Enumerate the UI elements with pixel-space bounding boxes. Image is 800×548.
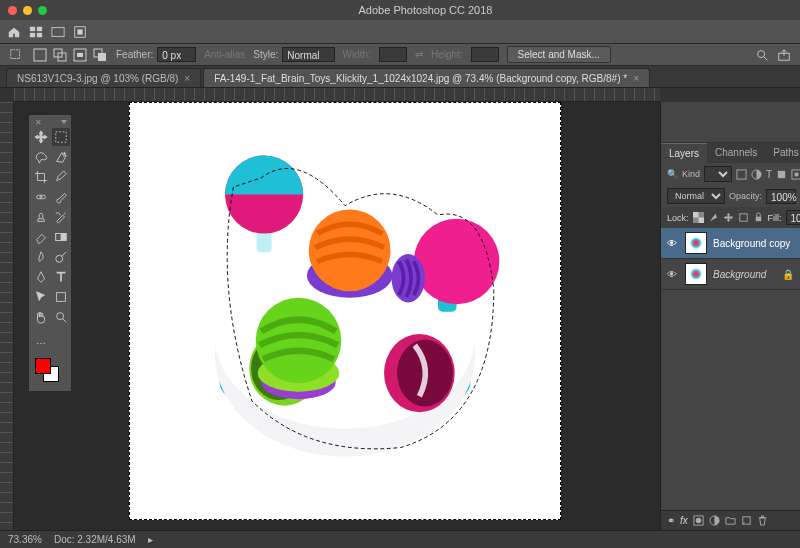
filter-pixel-icon[interactable] xyxy=(736,169,747,180)
paths-tab[interactable]: Paths xyxy=(765,143,800,163)
share-icon[interactable] xyxy=(776,47,792,63)
close-tab-icon[interactable]: × xyxy=(633,73,639,84)
filter-kind-label: Kind xyxy=(682,169,700,179)
visibility-toggle-icon[interactable]: 👁 xyxy=(667,238,679,249)
add-selection-icon[interactable] xyxy=(52,47,68,63)
pen-tool[interactable] xyxy=(32,268,50,286)
lock-all-icon[interactable] xyxy=(753,212,764,223)
doc-size[interactable]: Doc: 2.32M/4.63M xyxy=(54,534,136,545)
foreground-swatch[interactable] xyxy=(35,358,51,374)
select-and-mask-button[interactable]: Select and Mask... xyxy=(507,46,611,63)
lock-position-icon[interactable] xyxy=(723,212,734,223)
opacity-input[interactable]: 100% xyxy=(766,189,796,204)
marquee-tool[interactable] xyxy=(52,128,70,146)
svg-rect-1 xyxy=(37,26,42,30)
tool-preset-icon[interactable] xyxy=(8,47,24,63)
gradient-tool[interactable] xyxy=(52,228,70,246)
document-canvas[interactable] xyxy=(129,102,561,520)
close-tab-icon[interactable]: × xyxy=(184,73,190,84)
titlebar: Adobe Photoshop CC 2018 xyxy=(0,0,800,20)
filter-smart-icon[interactable] xyxy=(791,169,800,180)
blend-mode-select[interactable]: Normal xyxy=(667,188,725,204)
layer-fx-icon[interactable]: fx xyxy=(680,515,688,526)
layer-row[interactable]: 👁 Background copy xyxy=(661,228,800,259)
eyedropper-tool[interactable] xyxy=(52,168,70,186)
vertical-ruler[interactable] xyxy=(0,102,14,530)
layer-mask-icon[interactable] xyxy=(693,515,704,526)
adjustment-layer-icon[interactable] xyxy=(709,515,720,526)
fill-input[interactable]: 100% xyxy=(786,210,800,225)
status-bar: 73.36% Doc: 2.32M/4.63M ▸ xyxy=(0,530,800,548)
feather-input[interactable]: 0 px xyxy=(157,47,196,62)
style-select[interactable]: Normal xyxy=(282,47,334,62)
group-icon[interactable] xyxy=(725,515,736,526)
lock-transparent-icon[interactable] xyxy=(693,212,704,223)
brush-tool[interactable] xyxy=(52,188,70,206)
document-tab[interactable]: FA-149-1_Fat_Brain_Toys_Klickity_1_1024x… xyxy=(203,68,650,87)
screen-mode-icon[interactable] xyxy=(50,24,66,40)
hand-tool[interactable] xyxy=(32,308,50,326)
filter-type-icon[interactable]: T xyxy=(766,169,772,180)
lock-image-icon[interactable] xyxy=(708,212,719,223)
layers-tab[interactable]: Layers xyxy=(661,143,707,163)
delete-layer-icon[interactable] xyxy=(757,515,768,526)
toolbox-header[interactable]: ✕ xyxy=(32,118,70,126)
height-label: Height: xyxy=(431,49,463,60)
new-selection-icon[interactable] xyxy=(32,47,48,63)
svg-rect-6 xyxy=(77,29,82,34)
quick-select-tool[interactable] xyxy=(52,148,70,166)
intersect-selection-icon[interactable] xyxy=(92,47,108,63)
layer-thumbnail[interactable] xyxy=(685,232,707,254)
zoom-level[interactable]: 73.36% xyxy=(8,534,42,545)
svg-rect-47 xyxy=(795,172,799,176)
dodge-tool[interactable] xyxy=(52,248,70,266)
arrange-icon[interactable] xyxy=(28,24,44,40)
layer-name[interactable]: Background copy xyxy=(713,238,790,249)
svg-rect-4 xyxy=(52,27,64,36)
layer-thumbnail[interactable] xyxy=(685,263,707,285)
color-swatches[interactable] xyxy=(32,358,70,388)
search-icon[interactable] xyxy=(754,47,770,63)
filter-adjust-icon[interactable] xyxy=(751,169,762,180)
link-layers-icon[interactable]: ⚭ xyxy=(667,515,675,526)
canvas-area[interactable]: ✕ ⋯ xyxy=(14,102,660,530)
layers-panel-footer: ⚭ fx xyxy=(661,510,800,530)
crop-tool[interactable] xyxy=(32,168,50,186)
history-brush-tool[interactable] xyxy=(52,208,70,226)
frame-icon[interactable] xyxy=(72,24,88,40)
svg-point-15 xyxy=(758,50,765,57)
visibility-toggle-icon[interactable]: 👁 xyxy=(667,269,679,280)
clone-stamp-tool[interactable] xyxy=(32,208,50,226)
svg-point-42 xyxy=(57,313,64,320)
blur-tool[interactable] xyxy=(32,248,50,266)
edit-toolbar-icon[interactable]: ⋯ xyxy=(32,334,50,352)
horizontal-ruler[interactable] xyxy=(14,88,660,102)
close-window-button[interactable] xyxy=(8,6,17,15)
shape-tool[interactable] xyxy=(52,288,70,306)
type-tool[interactable] xyxy=(52,268,70,286)
home-icon[interactable] xyxy=(6,24,22,40)
document-tab[interactable]: NS613V1C9-3.jpg @ 103% (RGB/8) × xyxy=(6,68,201,87)
status-chevron-icon[interactable]: ▸ xyxy=(148,534,153,545)
healing-brush-tool[interactable] xyxy=(32,188,50,206)
subtract-selection-icon[interactable] xyxy=(72,47,88,63)
minimize-window-button[interactable] xyxy=(23,6,32,15)
zoom-window-button[interactable] xyxy=(38,6,47,15)
right-panel: Layers Channels Paths ≡ 🔍 Kind T Normal … xyxy=(660,102,800,530)
new-layer-icon[interactable] xyxy=(741,515,752,526)
options-bar: Feather: 0 px Anti-alias Style: Normal W… xyxy=(0,44,800,66)
channels-tab[interactable]: Channels xyxy=(707,143,765,163)
svg-point-54 xyxy=(696,518,702,524)
filter-shape-icon[interactable] xyxy=(776,169,787,180)
layer-name[interactable]: Background xyxy=(713,269,766,280)
zoom-tool[interactable] xyxy=(52,308,70,326)
layer-row[interactable]: 👁 Background 🔒 xyxy=(661,259,800,290)
lock-artboard-icon[interactable] xyxy=(738,212,749,223)
svg-rect-0 xyxy=(30,26,35,30)
eraser-tool[interactable] xyxy=(32,228,50,246)
lasso-tool[interactable] xyxy=(32,148,50,166)
move-tool[interactable] xyxy=(32,128,50,146)
filter-kind-select[interactable] xyxy=(704,166,732,182)
fill-label: Fill: xyxy=(768,213,782,223)
path-select-tool[interactable] xyxy=(32,288,50,306)
